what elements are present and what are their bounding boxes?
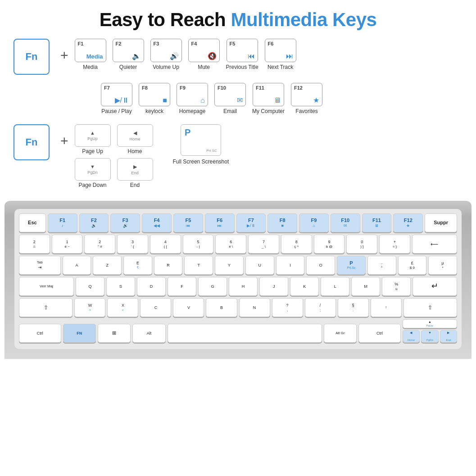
key-cap-f12: F12 ★	[291, 83, 322, 106]
key-cap-f9: F9 ⌂	[177, 83, 208, 106]
key-fn[interactable]: FN	[63, 324, 96, 343]
key-z[interactable]: Z	[93, 256, 122, 275]
key-w[interactable]: W>	[74, 298, 105, 317]
key-plus[interactable]: += }	[379, 235, 410, 254]
key-cap-f4: F4 🔇	[188, 39, 220, 62]
key-h[interactable]: H	[229, 277, 258, 296]
key-caps[interactable]: Verr Maj	[19, 277, 74, 296]
key-4[interactable]: 4( [	[150, 235, 181, 254]
key-f[interactable]: F	[168, 277, 196, 296]
key-p[interactable]: PPrt.Sc	[337, 256, 366, 275]
top-section: Easy to Reach Multimedia Keys Fn + F1 Me…	[0, 0, 476, 201]
key-s[interactable]: S	[106, 277, 135, 296]
key-r[interactable]: R	[154, 256, 183, 275]
key-win[interactable]: ⊞	[98, 324, 131, 343]
key-e[interactable]: E€	[123, 256, 152, 275]
key-item-f10: F10 ✉ Email	[214, 83, 246, 114]
key-q[interactable]: Q	[76, 277, 104, 296]
key-left-shift[interactable]: ⇧	[19, 298, 73, 317]
key-v[interactable]: V	[173, 298, 204, 317]
key-j[interactable]: J	[259, 277, 288, 296]
key-f2[interactable]: F2🔈	[79, 213, 109, 232]
keyboard-section: Esc F1♪ F2🔈 F3🔊 F4◀◀ F5⏮ F6⏭ F7▶/⏸ F8■ F…	[5, 201, 471, 359]
key-enter[interactable]: ↵	[413, 277, 457, 296]
nav-item-end: ▶ End End	[117, 158, 153, 188]
key-pound[interactable]: £$ 0	[398, 256, 427, 275]
key-f8[interactable]: F8■	[267, 213, 297, 232]
key-slash[interactable]: /;	[305, 298, 336, 317]
key-u[interactable]: U	[245, 256, 274, 275]
key-5[interactable]: 5- |	[183, 235, 214, 254]
nav-bottom-row: ◀Home ▼PgDn ▶End	[403, 330, 457, 343]
page-title: Easy to Reach Multimedia Keys	[14, 9, 462, 31]
nav-cap-pgdn: ▼ PgDn	[75, 158, 111, 181]
key-cap-f10: F10 ✉	[214, 83, 246, 106]
key-f11[interactable]: F11🖥	[362, 213, 392, 232]
key-cap-f7: F7 ▶/⏸	[101, 83, 132, 106]
key-right-ctrl[interactable]: Ctrl	[358, 324, 401, 343]
key-f7[interactable]: F7▶/⏸	[236, 213, 266, 232]
key-mu[interactable]: µ*	[428, 256, 457, 275]
key-item-f1: F1 Media Media	[75, 39, 106, 70]
key-2-amp[interactable]: 2&	[19, 235, 50, 254]
screenshot-key-cap: P Prt SC	[181, 124, 221, 156]
key-left-alt[interactable]: Alt	[132, 324, 165, 343]
key-6[interactable]: 6è \	[215, 235, 246, 254]
key-x[interactable]: X<	[107, 298, 138, 317]
key-f5[interactable]: F5⏮	[173, 213, 203, 232]
key-space[interactable]	[168, 324, 322, 343]
key-n[interactable]: N	[239, 298, 270, 317]
keyboard-row-shift: ⇧ W> X< C V B N ?, /; §. ! ⇧	[19, 298, 457, 317]
key-a[interactable]: A	[63, 256, 91, 275]
key-t[interactable]: T	[184, 256, 213, 275]
key-o[interactable]: O	[306, 256, 335, 275]
key-f10[interactable]: F10✉	[331, 213, 360, 232]
key-f3[interactable]: F3🔊	[110, 213, 140, 232]
key-question[interactable]: ?,	[272, 298, 303, 317]
key-f4[interactable]: F4◀◀	[142, 213, 172, 232]
key-8[interactable]: 8ç ^	[281, 235, 312, 254]
keyboard-row-bottom: Ctrl FN ⊞ Alt Alt Gr Ctrl ▲PgUp ◀Home ▼P…	[19, 319, 457, 343]
key-exclaim[interactable]: !	[371, 298, 402, 317]
key-m[interactable]: M	[351, 277, 380, 296]
key-home-nav[interactable]: ◀Home	[403, 330, 420, 343]
fn-row-1: Fn + F1 Media Media F2 🔈 Quieter	[14, 39, 462, 75]
key-caret[interactable]: ..^	[367, 256, 396, 275]
key-item-f4: F4 🔇 Mute	[188, 39, 220, 70]
key-9[interactable]: 9à @	[314, 235, 345, 254]
key-k[interactable]: K	[290, 277, 319, 296]
key-f1[interactable]: F1♪	[48, 213, 77, 232]
key-left-ctrl[interactable]: Ctrl	[19, 324, 61, 343]
key-i[interactable]: I	[276, 256, 305, 275]
key-item-f2: F2 🔈 Quieter	[113, 39, 144, 70]
key-esc[interactable]: Esc	[19, 213, 46, 232]
key-2[interactable]: 2" #	[84, 235, 115, 254]
key-altgr[interactable]: Alt Gr	[324, 324, 357, 343]
key-f6[interactable]: F6⏭	[205, 213, 235, 232]
key-percent[interactable]: %ù	[382, 277, 411, 296]
key-1[interactable]: 1é ~	[52, 235, 83, 254]
key-backspace[interactable]: ⟵	[412, 235, 457, 254]
key-0[interactable]: 0) ]	[346, 235, 377, 254]
key-c[interactable]: C	[140, 298, 171, 317]
key-right-shift[interactable]: ⇧	[403, 298, 457, 317]
key-f9[interactable]: F9⌂	[299, 213, 329, 232]
key-item-f12: F12 ★ Favorites	[291, 83, 322, 114]
key-pgdn-nav[interactable]: ▼PgDn	[421, 330, 438, 343]
key-3[interactable]: 3' {	[117, 235, 148, 254]
nav-col-pgupdn: ▲ PgUp Page Up ▼ PgDn Page Down	[75, 124, 111, 188]
key-g[interactable]: G	[198, 277, 227, 296]
key-section[interactable]: §.	[338, 298, 369, 317]
key-end-nav[interactable]: ▶End	[440, 330, 457, 343]
key-tab[interactable]: Tab⇥	[19, 256, 61, 275]
key-suppr[interactable]: Suppr	[425, 213, 457, 232]
key-y[interactable]: Y	[215, 256, 244, 275]
key-b[interactable]: B	[206, 298, 237, 317]
key-7[interactable]: 7_ \	[248, 235, 279, 254]
nav-item-pgup: ▲ PgUp Page Up	[75, 124, 111, 154]
keyboard: Esc F1♪ F2🔈 F3🔊 F4◀◀ F5⏮ F6⏭ F7▶/⏸ F8■ F…	[14, 209, 462, 349]
key-l[interactable]: L	[321, 277, 349, 296]
key-f12[interactable]: F12★	[393, 213, 423, 232]
key-pgup-nav[interactable]: ▲PgUp	[403, 319, 457, 328]
key-d[interactable]: D	[137, 277, 166, 296]
